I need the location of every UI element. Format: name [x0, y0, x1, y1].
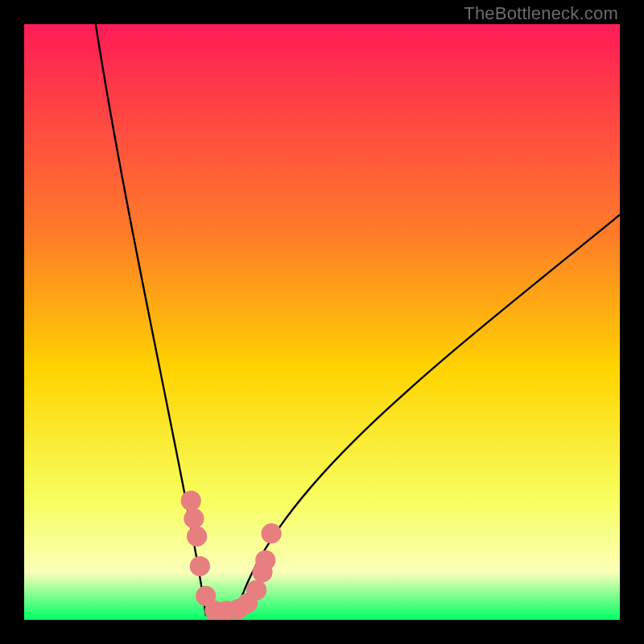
- chart-frame: TheBottleneck.com: [0, 0, 644, 644]
- attribution-label: TheBottleneck.com: [464, 3, 618, 24]
- data-marker: [190, 556, 210, 576]
- data-marker: [181, 490, 201, 510]
- data-marker: [262, 523, 282, 543]
- data-marker: [246, 580, 266, 600]
- data-marker: [255, 550, 275, 570]
- data-marker: [187, 526, 207, 547]
- data-marker: [184, 509, 204, 529]
- gradient-background: [24, 24, 620, 620]
- plot-area: [24, 24, 620, 620]
- bottleneck-chart: [24, 24, 620, 620]
